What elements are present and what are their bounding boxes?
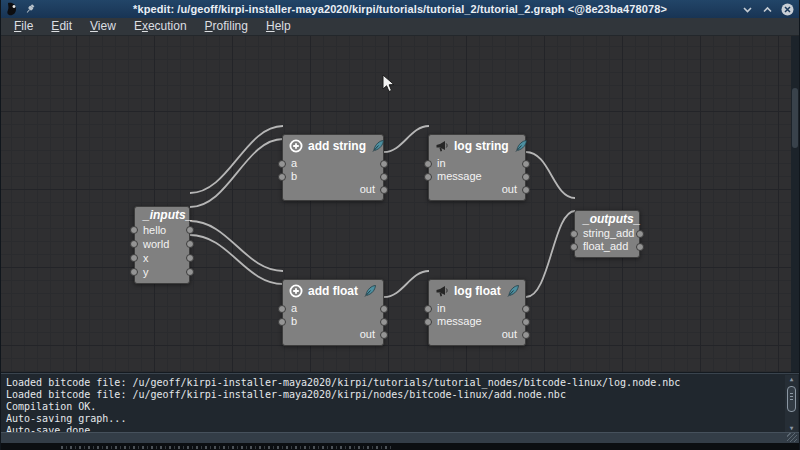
output-port[interactable] [636, 243, 644, 251]
canvas-scrollbar[interactable] [791, 36, 799, 372]
feather-icon[interactable] [363, 284, 377, 298]
mouse-cursor [382, 74, 396, 98]
log-console[interactable]: Loaded bitcode file: /u/geoff/kirpi-inst… [1, 373, 799, 432]
port-row-b: b [283, 170, 383, 183]
port-label: message [437, 170, 482, 182]
input-port[interactable] [130, 226, 138, 234]
input-port[interactable] [278, 160, 286, 168]
connection-wire[interactable] [190, 126, 283, 193]
output-port[interactable] [522, 305, 530, 313]
feather-icon[interactable] [371, 139, 385, 153]
menu-help[interactable]: Help [257, 18, 300, 36]
input-port[interactable] [278, 318, 286, 326]
port-label: in [437, 302, 446, 314]
megaphone-icon [435, 140, 449, 153]
scroll-up-icon[interactable]: ▲ [790, 375, 794, 383]
node-header: log float [429, 280, 525, 302]
connection-wire[interactable] [526, 211, 575, 297]
input-port[interactable] [570, 243, 578, 251]
input-port[interactable] [278, 173, 286, 181]
port-label: message [437, 315, 482, 327]
node-title: add float [308, 284, 358, 298]
desktop-taskbar[interactable] [1, 443, 799, 450]
minimize-button[interactable] [741, 3, 754, 16]
connection-wire[interactable] [190, 221, 283, 271]
node-inputs[interactable]: _inputs_ hello world x y [134, 206, 190, 284]
output-port[interactable] [380, 305, 388, 313]
connection-wire[interactable] [384, 271, 429, 297]
menu-file[interactable]: File [5, 18, 42, 36]
port-row-a: a [283, 302, 383, 315]
output-port[interactable] [522, 318, 530, 326]
menu-execution[interactable]: Execution [125, 18, 196, 36]
output-port[interactable] [522, 173, 530, 181]
port-row-message: message [429, 170, 525, 183]
menu-profiling[interactable]: Profiling [196, 18, 257, 36]
input-port[interactable] [424, 160, 432, 168]
pin-icon[interactable] [24, 3, 36, 15]
input-port[interactable] [278, 305, 286, 313]
canvas-scrollbar-thumb[interactable] [792, 88, 798, 148]
menu-edit[interactable]: Edit [42, 18, 81, 36]
console-scrollbar-thumb[interactable] [787, 386, 796, 412]
output-port[interactable] [186, 226, 194, 234]
log-line: Compilation OK. [6, 401, 783, 413]
close-button[interactable] [781, 3, 794, 16]
scroll-down-icon[interactable]: ▼ [790, 424, 794, 432]
input-port[interactable] [424, 305, 432, 313]
taskbar-cropped-text [61, 446, 391, 449]
port-row-out: out [429, 328, 525, 341]
port-row-string-add: string_add [575, 227, 639, 240]
log-line: Loaded bitcode file: /u/geoff/kirpi-inst… [6, 377, 783, 389]
menu-view[interactable]: View [81, 18, 125, 36]
feather-icon[interactable] [514, 139, 528, 153]
port-label: hello [143, 224, 166, 236]
output-port[interactable] [522, 160, 530, 168]
maximize-button[interactable] [761, 3, 774, 16]
input-port[interactable] [130, 254, 138, 262]
input-port[interactable] [570, 230, 578, 238]
port-row-hello: hello [135, 223, 189, 237]
node-graph-canvas[interactable]: _inputs_ hello world x y [1, 36, 799, 373]
feather-icon[interactable] [506, 284, 520, 298]
port-row-out: out [283, 328, 383, 341]
input-port[interactable] [130, 268, 138, 276]
output-port[interactable] [380, 331, 388, 339]
port-label: a [291, 302, 297, 314]
port-row-x: x [135, 251, 189, 265]
output-port[interactable] [186, 240, 194, 248]
output-port[interactable] [522, 186, 530, 194]
input-port[interactable] [424, 318, 432, 326]
title-bar[interactable]: *kpedit: /u/geoff/kirpi-installer-maya20… [1, 0, 799, 18]
port-label: y [143, 266, 149, 278]
port-label: string_add [583, 227, 634, 239]
console-scrollbar[interactable]: ▲ ▼ [785, 375, 798, 432]
output-port[interactable] [186, 268, 194, 276]
port-label: b [291, 315, 297, 327]
port-label: a [291, 157, 297, 169]
node-add-float[interactable]: add float a b out [282, 279, 384, 346]
input-port[interactable] [424, 173, 432, 181]
output-port[interactable] [636, 230, 644, 238]
port-row-b: b [283, 315, 383, 328]
output-port[interactable] [380, 318, 388, 326]
output-port[interactable] [380, 186, 388, 194]
port-label: b [291, 170, 297, 182]
port-label: out [360, 183, 375, 195]
output-port[interactable] [186, 254, 194, 262]
output-port[interactable] [522, 331, 530, 339]
input-port[interactable] [130, 240, 138, 248]
node-outputs[interactable]: _outputs_ string_add float_add [574, 210, 640, 258]
node-add-string[interactable]: add string a b out [282, 134, 384, 201]
node-log-float[interactable]: log float in message out [428, 279, 526, 346]
connection-wire[interactable] [190, 139, 283, 207]
node-title: _outputs_ [575, 211, 639, 227]
output-port[interactable] [380, 173, 388, 181]
resize-grip[interactable] [787, 433, 797, 442]
connection-wire[interactable] [526, 152, 575, 198]
output-port[interactable] [380, 160, 388, 168]
connection-wire[interactable] [190, 235, 283, 284]
connection-wire[interactable] [384, 126, 429, 152]
node-header: add float [283, 280, 383, 302]
node-log-string[interactable]: log string in message out [428, 134, 526, 201]
